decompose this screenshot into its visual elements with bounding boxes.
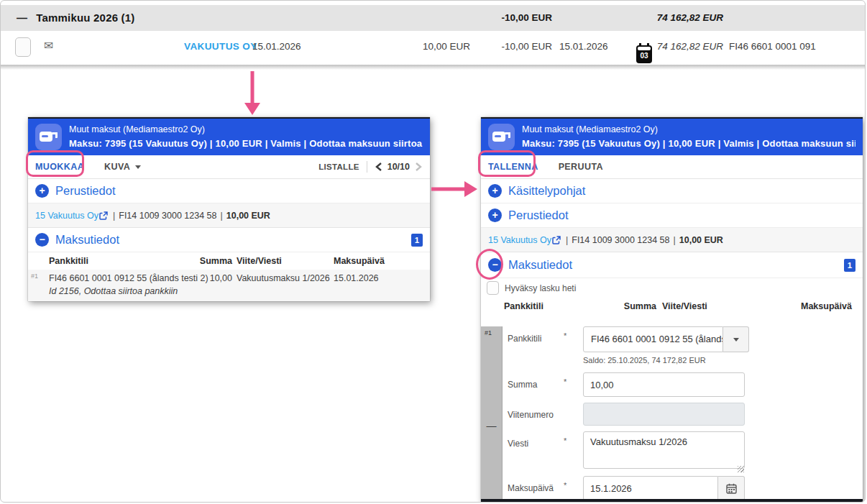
payments-module-icon [35, 124, 62, 150]
payment-date-input[interactable] [583, 476, 718, 500]
annotation-arrow-right [430, 179, 480, 199]
payment-amount: 10,00 EUR [679, 235, 723, 245]
supplier-link[interactable]: 15 Vakuutus Oy [488, 235, 551, 245]
payments-module-icon [488, 124, 515, 150]
bank-account-select-value[interactable]: FI46 6601 0001 0912 55 (ålands [583, 326, 723, 352]
section-kasittelypohjat[interactable]: + Käsittelypohjat [481, 179, 863, 203]
sum-field-row: Summa * [508, 372, 863, 397]
row-handle-strip: #1 — [481, 326, 503, 502]
date-picker-button[interactable] [718, 476, 745, 500]
approve-now-label: Hyväksy lasku heti [505, 283, 576, 293]
row-bank-account: FI46 6601 0001 0912 55 (ålands testi 2) [49, 273, 208, 283]
sum-input[interactable] [583, 372, 745, 397]
payment-summary: Maksu: 7395 (15 Vakuutus Oy) | 10,00 EUR… [522, 137, 855, 151]
dialog-title: Muut maksut (Mediamaestro2 Oy) [69, 123, 423, 137]
field-label: Maksupäivä [508, 476, 564, 493]
annotation-arrow-down [242, 70, 262, 117]
approve-now-checkbox[interactable] [487, 281, 499, 295]
calendar-day-number: 03 [636, 52, 652, 60]
payment-count-badge: 1 [844, 259, 855, 272]
payment-date: 15.01.2026 [559, 41, 608, 52]
reference-number-input[interactable] [583, 403, 745, 426]
payment-form: #1 — Pankkitili * FI46 6601 0001 0912 55… [481, 326, 863, 502]
field-label: Pankkitili [508, 326, 564, 344]
external-link-icon[interactable] [99, 211, 108, 220]
row-sum: 10,00 [189, 273, 232, 283]
payment-summary: Maksu: 7395 (15 Vakuutus Oy) | 10,00 EUR… [69, 137, 423, 151]
expand-plus-icon[interactable]: + [35, 184, 49, 198]
envelope-icon: ✉ [44, 39, 53, 52]
group-title: —Tammikuu 2026 (1) [17, 12, 135, 24]
row-index: #1 [31, 272, 38, 280]
row-payment-date: 15.01.2026 [334, 273, 379, 283]
required-mark: * [564, 431, 583, 445]
supplier-link[interactable]: 15 Vakuutus Oy [35, 211, 98, 221]
collapse-group-icon[interactable]: — [17, 12, 27, 24]
textarea-resize-handle[interactable] [738, 466, 744, 472]
required-mark: * [564, 326, 583, 340]
account-summary-line: 15 Vakuutus Oy | FI14 1009 3000 1234 58 … [28, 203, 430, 228]
bank-account-iban: FI46 6601 0001 091 [729, 41, 816, 52]
section-maksutiedot[interactable]: − Maksutiedot 1 [28, 228, 430, 252]
supplier-iban: FI14 1009 3000 1234 58 [572, 235, 669, 245]
external-link-icon[interactable] [552, 236, 561, 244]
row-shadow-divider [1, 65, 865, 70]
message-field-row: Viesti * Vakuutusmaksu 1/2026 [508, 431, 863, 469]
section-perustiedot[interactable]: + Perustiedot [481, 203, 863, 228]
supplier-iban: FI14 1009 3000 1234 58 [119, 211, 216, 221]
row-checkbox[interactable] [15, 37, 31, 57]
row-index: #1 [485, 329, 492, 336]
payment-table-row[interactable]: #1 FI46 6601 0001 0912 55 (ålands testi … [28, 270, 430, 301]
row-message: Vakuutusmaksu 1/2026 [237, 273, 330, 283]
cancel-button[interactable]: PERUUTA [559, 162, 603, 172]
required-mark: * [564, 372, 583, 386]
invoice-amount: 10,00 EUR [398, 41, 470, 52]
bank-account-select[interactable]: FI46 6601 0001 0912 55 (ålands [583, 326, 749, 352]
expand-plus-icon[interactable]: + [488, 209, 502, 222]
dialog-title: Muut maksut (Mediamaestro2 Oy) [522, 123, 855, 137]
dialog-toolbar: TALLENNA PERUUTA [481, 155, 863, 179]
calendar-ring [639, 43, 641, 47]
payment-count-badge: 1 [411, 234, 423, 247]
reference-field-row: Viitenumero [508, 403, 863, 426]
field-label: Summa [508, 372, 564, 390]
approve-now-row: Hyväksy lasku heti [481, 278, 863, 298]
open-amount: -10,00 EUR [480, 41, 552, 52]
section-perustiedot[interactable]: + Perustiedot [28, 179, 430, 203]
payments-app-screenshot: —Tammikuu 2026 (1) -10,00 EUR 74 162,82 … [0, 0, 866, 503]
group-balance-total: 74 162,82 EUR [633, 12, 723, 23]
invoice-row[interactable]: ✉ VAKUUTUS OY 15.01.2026 10,00 EUR -10,0… [1, 31, 865, 65]
record-pager: 10/10 [387, 162, 410, 172]
select-dropdown-button[interactable] [723, 326, 749, 352]
toolbar-divider [367, 161, 367, 173]
section-maksutiedot[interactable]: − Maksutiedot 1 [481, 252, 863, 278]
dialog-header: Muut maksut (Mediamaestro2 Oy) Maksu: 73… [481, 119, 863, 155]
annotation-box-muokkaa [26, 150, 84, 177]
message-textarea[interactable]: Vakuutusmaksu 1/2026 [583, 431, 745, 469]
payment-edit-dialog: Muut maksut (Mediamaestro2 Oy) Maksu: 73… [481, 117, 863, 502]
payee-link[interactable]: VAKUUTUS OY [184, 41, 257, 52]
expand-plus-icon[interactable]: + [488, 184, 502, 198]
to-list-button[interactable]: LISTALLE [318, 162, 359, 171]
month-group-header[interactable]: —Tammikuu 2026 (1) -10,00 EUR 74 162,82 … [1, 5, 865, 31]
next-record-button[interactable] [414, 162, 423, 172]
collapse-row-handle[interactable]: — [481, 420, 502, 431]
payment-date-field-row: Maksupäivä * [508, 476, 863, 500]
calendar-ring [647, 43, 649, 47]
payment-amount: 10,00 EUR [226, 211, 270, 221]
payments-table-header: Pankkitili Summa Viite/Viesti Maksupäivä [28, 252, 430, 270]
account-summary-line: 15 Vakuutus Oy | FI14 1009 3000 1234 58 … [481, 228, 863, 252]
collapse-minus-icon[interactable]: − [35, 233, 49, 247]
prev-record-button[interactable] [375, 162, 383, 172]
chevron-down-icon [135, 165, 141, 169]
row-status-line: Id 2156, Odottaa siirtoa pankkiin [49, 286, 178, 296]
dialog-header: Muut maksut (Mediamaestro2 Oy) Maksu: 73… [28, 119, 430, 155]
group-open-total: -10,00 EUR [466, 12, 552, 23]
image-menu-button[interactable]: KUVA [104, 162, 141, 172]
calendar-icon[interactable]: 03 [636, 45, 652, 63]
annotation-circle-collapse-icon [476, 249, 503, 280]
field-label: Viitenumero [508, 403, 564, 420]
bank-account-field-row: Pankkitili * FI46 6601 0001 0912 55 (åla… [508, 326, 863, 352]
dialog-toolbar: MUOKKAA KUVA LISTALLE 10/10 [28, 155, 430, 179]
balance-hint: Saldo: 25.10.2025, 74 172,82 EUR [583, 356, 863, 365]
